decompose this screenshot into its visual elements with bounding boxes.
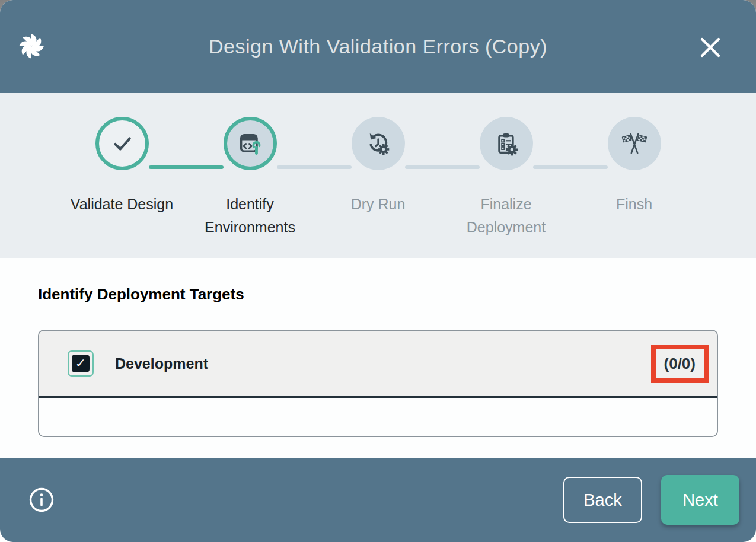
step-identify-environments: Identify Environments (186, 117, 314, 258)
step-finalize-deployment: Finalize Deployment (442, 117, 570, 258)
annotation-highlight-rectangle: (0/0) (651, 345, 709, 383)
checkered-flags-icon (621, 130, 648, 157)
history-clock-gear-icon (365, 130, 391, 157)
dialog-footer: Back Next (0, 458, 756, 542)
empty-list-row (39, 398, 717, 436)
target-count: (0/0) (664, 355, 696, 372)
wizard-stepper: Validate Design (0, 93, 756, 258)
step-label: Finsh (616, 193, 652, 216)
deployment-wizard-dialog: Design With Validation Errors (Copy) (0, 0, 756, 542)
close-button[interactable] (697, 34, 724, 61)
step-circle-upcoming (480, 117, 533, 170)
info-button[interactable] (28, 487, 55, 513)
deployment-targets-list: ✓ Development (0/0) (38, 330, 718, 437)
checkbox-check-icon: ✓ (72, 355, 90, 372)
development-checkbox[interactable]: ✓ (68, 350, 94, 377)
dialog-header: Design With Validation Errors (Copy) (0, 0, 756, 93)
step-finish: Finsh (570, 117, 698, 258)
target-row-development[interactable]: ✓ Development (0/0) (39, 331, 717, 398)
close-icon (698, 36, 722, 59)
back-button[interactable]: Back (563, 477, 642, 523)
section-heading: Identify Deployment Targets (38, 285, 718, 304)
step-circle-active (224, 117, 277, 170)
next-button[interactable]: Next (661, 475, 739, 525)
step-content-panel: Identify Deployment Targets ✓ Developmen… (0, 258, 756, 458)
step-validate-design: Validate Design (58, 117, 186, 258)
step-circle-completed (95, 117, 149, 170)
step-label: Validate Design (71, 193, 173, 216)
dialog-title: Design With Validation Errors (Copy) (0, 35, 756, 58)
target-name: Development (115, 355, 208, 372)
step-circle-upcoming (352, 117, 405, 170)
step-dry-run: Dry Run (314, 117, 442, 258)
info-icon (28, 487, 55, 513)
step-circle-upcoming (608, 117, 661, 170)
snaplogic-pinwheel-logo-icon (15, 30, 47, 62)
step-label: Identify Environments (191, 193, 310, 239)
checkmark-icon (110, 131, 135, 156)
clipboard-checklist-gear-icon (493, 130, 519, 157)
code-window-wrench-icon (237, 130, 263, 157)
step-label: Finalize Deployment (447, 193, 566, 239)
step-label: Dry Run (351, 193, 406, 216)
